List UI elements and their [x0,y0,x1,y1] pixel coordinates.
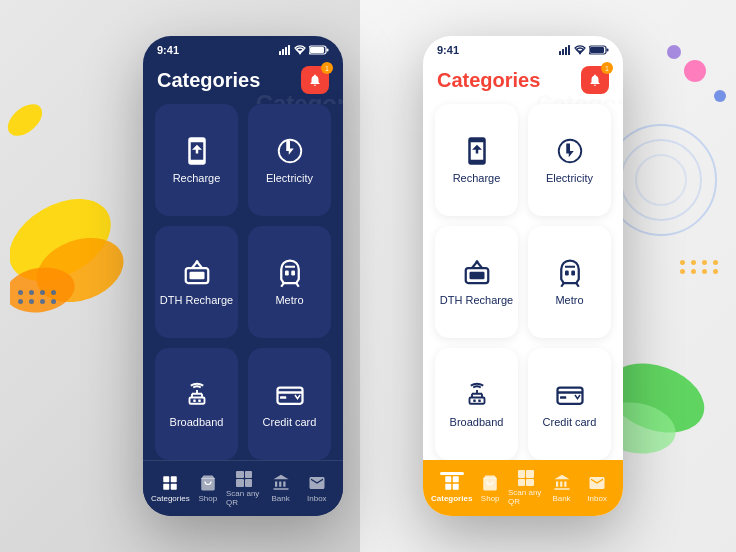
nav-inbox-label-dark: Inbox [307,494,327,503]
label-metro-dark: Metro [275,294,303,306]
phones-row: 9:41 [0,36,736,516]
nav-scan-light[interactable]: Scan any QR [508,470,544,506]
label-broadband-light: Broadband [450,416,504,428]
watermark-dark: Categori [256,90,343,104]
label-recharge-dark: Recharge [173,172,221,184]
status-icons-dark [279,45,329,55]
nav-shop-label-dark: Shop [199,494,218,503]
grid-item-electricity-light[interactable]: Electricity [528,104,611,216]
label-credit-light: Credit card [543,416,597,428]
grid-item-electricity-dark[interactable]: Electricity [248,104,331,216]
grid-item-credit-dark[interactable]: Credit card [248,348,331,460]
notification-bell-dark[interactable]: 1 [301,66,329,94]
grid-item-broadband-dark[interactable]: Broadband [155,348,238,460]
nav-categories-icon-dark [161,474,179,492]
svg-rect-23 [189,398,204,404]
credit-icon-dark [275,380,305,410]
svg-rect-30 [164,484,170,490]
label-recharge-light: Recharge [453,172,501,184]
watermark-light: Categori [536,90,623,104]
grid-light: Recharge Electricity [423,104,623,460]
svg-rect-54 [452,483,458,489]
phone-dark: 9:41 [143,36,343,516]
wifi-icon-light [574,45,586,55]
svg-rect-28 [164,476,170,482]
time-light: 9:41 [437,44,459,56]
bell-icon [308,73,322,87]
svg-rect-51 [445,476,451,482]
nav-bank-label-light: Bank [552,494,570,503]
nav-inbox-label-light: Inbox [587,494,607,503]
nav-scan-dark[interactable]: Scan any QR [226,471,262,507]
svg-rect-53 [445,483,451,489]
nav-scan-icon-dark [236,471,252,487]
nav-inbox-light[interactable]: Inbox [579,474,615,503]
grid-item-dth-light[interactable]: DTH Recharge [435,226,518,338]
svg-rect-21 [285,271,289,276]
nav-shop-light[interactable]: Shop [472,474,508,503]
bottom-nav-light: Categories Shop [423,460,623,516]
nav-shop-icon-light [481,474,499,492]
metro-icon-dark [275,258,305,288]
label-electricity-light: Electricity [546,172,593,184]
nav-bank-light[interactable]: Bank [544,474,580,503]
nav-inbox-dark[interactable]: Inbox [299,474,335,503]
svg-rect-50 [560,396,566,399]
electricity-icon-light [555,136,585,166]
svg-rect-31 [171,484,177,490]
svg-rect-32 [559,51,561,55]
dth-icon-dark [182,258,212,288]
battery-icon [309,45,329,55]
svg-rect-27 [280,396,286,399]
credit-icon-light [555,380,585,410]
bell-icon-light [588,73,602,87]
svg-rect-16 [327,49,329,52]
svg-rect-47 [473,399,476,402]
nav-categories-light[interactable]: Categories [431,474,472,503]
grid-item-credit-light[interactable]: Credit card [528,348,611,460]
grid-item-metro-light[interactable]: Metro [528,226,611,338]
svg-rect-9 [279,51,281,55]
recharge-icon-light [462,136,492,166]
time-dark: 9:41 [157,44,179,56]
nav-bank-icon-dark [272,474,290,492]
status-bar-dark: 9:41 [143,36,343,60]
nav-categories-dark[interactable]: Categories [151,474,190,503]
svg-rect-24 [193,399,196,402]
nav-categories-label-dark: Categories [151,494,190,503]
svg-rect-46 [469,398,484,404]
notification-bell-light[interactable]: 1 [581,66,609,94]
nav-categories-label-light: Categories [431,494,472,503]
nav-inbox-icon-light [588,474,606,492]
nav-bank-icon-light [553,474,571,492]
svg-rect-44 [565,271,569,276]
wifi-icon [294,45,306,55]
nav-bank-dark[interactable]: Bank [262,474,298,503]
page-title-light: Categories [437,69,540,92]
grid-item-recharge-dark[interactable]: Recharge [155,104,238,216]
status-bar-light: 9:41 [423,36,623,60]
svg-rect-11 [285,47,287,55]
bottom-nav-dark: Categories Shop [143,460,343,516]
page-title-dark: Categories [157,69,260,92]
grid-item-recharge-light[interactable]: Recharge [435,104,518,216]
svg-rect-48 [478,399,481,402]
signal-icon-light [559,45,571,55]
svg-rect-52 [452,476,458,482]
label-credit-dark: Credit card [263,416,317,428]
electricity-icon-dark [275,136,305,166]
grid-dark: Recharge Electricity [143,104,343,460]
label-dth-light: DTH Recharge [440,294,513,306]
svg-point-20 [195,260,198,263]
nav-shop-dark[interactable]: Shop [190,474,226,503]
svg-rect-25 [198,399,201,402]
svg-rect-10 [282,49,284,55]
battery-icon-light [589,45,609,55]
grid-item-metro-dark[interactable]: Metro [248,226,331,338]
active-indicator [440,472,464,475]
svg-rect-39 [607,49,609,52]
grid-item-broadband-light[interactable]: Broadband [435,348,518,460]
grid-item-dth-dark[interactable]: DTH Recharge [155,226,238,338]
svg-rect-12 [288,45,290,55]
svg-rect-22 [291,271,295,276]
